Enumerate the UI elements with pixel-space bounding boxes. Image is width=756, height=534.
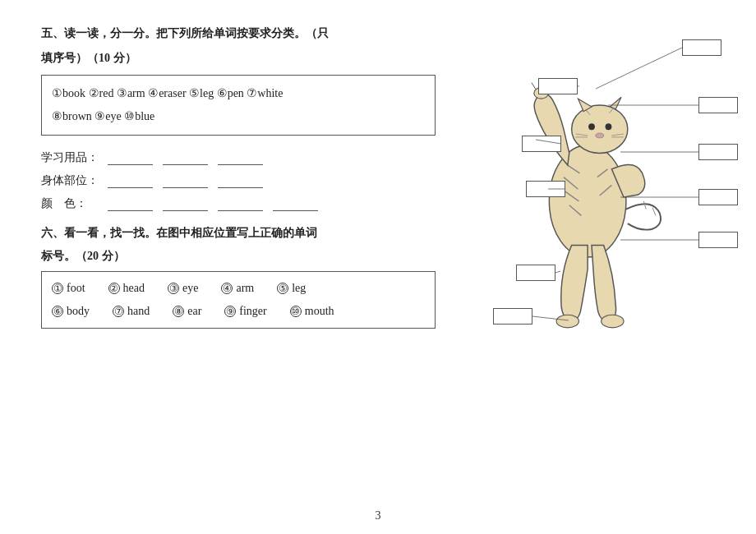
section6-title-text: 六、看一看，找一找。在图中相应位置写上正确的单词 <box>41 227 317 239</box>
fill-blank-2-1[interactable] <box>108 173 153 188</box>
svg-point-12 <box>588 123 595 130</box>
page: 五、读一读，分一分。把下列所给单词按要求分类。（只 填序号）（10 分） ①bo… <box>0 0 756 534</box>
label-box-upper-left[interactable] <box>538 78 578 94</box>
svg-line-26 <box>652 208 656 216</box>
word-item-head: ② head <box>108 277 145 300</box>
fill-blank-3-2[interactable] <box>163 196 208 211</box>
label-box-mid-left[interactable] <box>522 136 561 152</box>
num-9: ⑨ <box>224 306 236 317</box>
section6-row1: ① foot ② head ③ eye ④ arm ⑤ leg <box>52 277 425 300</box>
num-8: ⑧ <box>173 306 184 317</box>
label-box-center-left[interactable] <box>526 181 565 197</box>
word-item-hand: ⑦ hand <box>113 300 150 323</box>
page-number: 3 <box>376 509 381 522</box>
word-ear: ear <box>187 300 201 323</box>
fill-label-2: 身体部位： <box>41 173 103 188</box>
section6-word-box: ① foot ② head ③ eye ④ arm ⑤ leg <box>41 271 436 329</box>
num-2: ② <box>108 283 120 294</box>
section5-subtitle: 填序号）（10 分） <box>41 49 436 67</box>
left-section: 五、读一读，分一分。把下列所给单词按要求分类。（只 填序号）（10 分） ①bo… <box>41 25 436 518</box>
label-box-center-right[interactable] <box>698 189 738 205</box>
svg-point-24 <box>602 315 624 328</box>
fill-section: 学习用品： 身体部位： 颜 色： <box>41 150 436 211</box>
fill-label-1: 学习用品： <box>41 150 103 165</box>
word-line2: ⑧brown ⑨eye ⑩blue <box>52 105 425 128</box>
word-item-leg: ⑤ leg <box>277 277 306 300</box>
section6-title: 六、看一看，找一找。在图中相应位置写上正确的单词 <box>41 224 436 242</box>
section6-row2: ⑥ body ⑦ hand ⑧ ear ⑨ finger ⑩ mouth <box>52 300 425 323</box>
fill-blank-3-4[interactable] <box>273 196 318 211</box>
word-item-finger: ⑨ finger <box>224 300 266 323</box>
label-box-head-top[interactable] <box>682 39 721 56</box>
section5-title: 五、读一读，分一分。把下列所给单词按要求分类。（只 <box>41 25 436 43</box>
svg-line-25 <box>643 201 646 209</box>
fill-row-1: 学习用品： <box>41 150 436 165</box>
word-arm: arm <box>236 277 254 300</box>
num-6: ⑥ <box>52 306 63 317</box>
tiger-container <box>444 16 756 378</box>
section6-subtitle-text: 标号。（20 分） <box>41 250 125 262</box>
label-box-upper-right[interactable] <box>698 97 738 113</box>
section5-word-box: ①book ②red ③arm ④eraser ⑤leg ⑥pen ⑦white… <box>41 75 436 136</box>
word-eye: eye <box>182 277 198 300</box>
section6-subtitle: 标号。（20 分） <box>41 247 436 265</box>
word-item-eye: ③ eye <box>168 277 198 300</box>
fill-blank-2-2[interactable] <box>163 173 208 188</box>
word-head: head <box>123 277 145 300</box>
word-item-ear: ⑧ ear <box>173 300 201 323</box>
svg-point-7 <box>572 105 628 153</box>
section5-title-text: 五、读一读，分一分。把下列所给单词按要求分类。（只 <box>41 27 329 39</box>
section5-subtitle-text: 填序号）（10 分） <box>41 52 136 64</box>
word-mouth: mouth <box>305 300 334 323</box>
fill-row-3: 颜 色： <box>41 196 436 211</box>
svg-point-14 <box>596 133 604 138</box>
label-box-mid-right[interactable] <box>698 144 738 160</box>
num-4: ④ <box>221 283 233 294</box>
tiger-illustration <box>493 41 690 353</box>
word-body: body <box>67 300 90 323</box>
num-7: ⑦ <box>113 306 124 317</box>
fill-blank-3-3[interactable] <box>218 196 263 211</box>
word-leg: leg <box>292 277 306 300</box>
svg-point-23 <box>556 315 579 328</box>
fill-blank-2-3[interactable] <box>218 173 263 188</box>
label-box-lower-right[interactable] <box>698 232 738 248</box>
label-box-bottom-left[interactable] <box>493 308 532 325</box>
fill-label-3: 颜 色： <box>41 196 103 211</box>
right-section <box>444 25 756 518</box>
word-item-arm: ④ arm <box>221 277 254 300</box>
word-finger: finger <box>239 300 266 323</box>
label-box-lower-left[interactable] <box>516 265 555 281</box>
fill-blank-1-3[interactable] <box>218 150 263 165</box>
svg-marker-9 <box>610 97 621 109</box>
num-3: ③ <box>168 283 179 294</box>
num-1: ① <box>52 283 63 294</box>
fill-blank-1-1[interactable] <box>108 150 153 165</box>
word-foot: foot <box>67 277 85 300</box>
word-item-mouth: ⑩ mouth <box>290 300 334 323</box>
svg-line-20 <box>532 83 536 90</box>
fill-row-2: 身体部位： <box>41 173 436 188</box>
fill-blank-1-2[interactable] <box>163 150 208 165</box>
num-10: ⑩ <box>290 306 302 317</box>
fill-blank-3-1[interactable] <box>108 196 153 211</box>
svg-point-13 <box>606 123 612 130</box>
word-hand: hand <box>127 300 150 323</box>
word-item-foot: ① foot <box>52 277 85 300</box>
word-item-body: ⑥ body <box>52 300 90 323</box>
word-line1: ①book ②red ③arm ④eraser ⑤leg ⑥pen ⑦white <box>52 82 425 105</box>
svg-point-0 <box>549 145 626 257</box>
num-5: ⑤ <box>277 283 288 294</box>
